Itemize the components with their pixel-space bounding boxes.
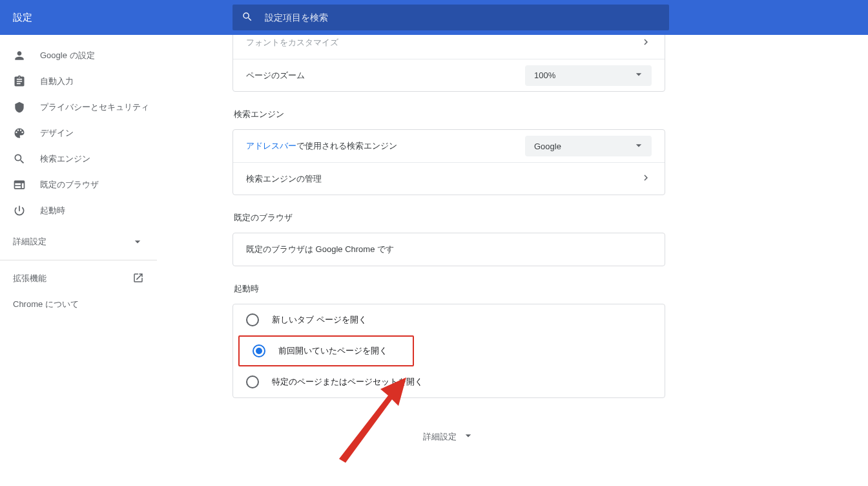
footer-advanced-label: 詳細設定 <box>423 431 457 443</box>
sidebar-item-google[interactable]: Google の設定 <box>0 43 157 69</box>
default-browser-card: 既定のブラウザは Google Chrome です <box>232 233 665 266</box>
sidebar-item-search-engine[interactable]: 検索エンジン <box>0 146 157 172</box>
section-title-search-engine: 検索エンジン <box>234 109 665 120</box>
page-zoom-dropdown[interactable]: 100% <box>525 65 652 86</box>
about-label: Chrome について <box>13 299 79 310</box>
advanced-label: 詳細設定 <box>13 236 46 248</box>
row-customize-fonts[interactable]: フォントをカスタマイズ <box>233 35 665 59</box>
on-startup-card: 新しいタブ ページを開く 前回開いていたページを開く 特定のページまたはページセ… <box>232 304 665 398</box>
search-icon <box>242 11 253 25</box>
extensions-label: 拡張機能 <box>13 273 46 284</box>
sidebar-about-chrome[interactable]: Chrome について <box>0 291 157 317</box>
startup-option-new-tab[interactable]: 新しいタブ ページを開く <box>233 304 665 335</box>
section-title-on-startup: 起動時 <box>234 283 665 295</box>
startup-option-label: 新しいタブ ページを開く <box>272 314 367 326</box>
radio-icon <box>246 313 259 326</box>
chevron-right-icon <box>640 36 652 50</box>
chevron-down-icon <box>632 68 645 83</box>
startup-option-label: 前回開いていたページを開く <box>278 345 388 357</box>
page-zoom-label: ページのズーム <box>246 70 305 81</box>
search-input[interactable] <box>265 12 660 23</box>
sidebar-item-autofill[interactable]: 自動入力 <box>0 69 157 94</box>
app-header: 設定 <box>0 0 868 35</box>
person-icon <box>13 49 26 62</box>
footer-advanced-toggle[interactable]: 詳細設定 <box>232 429 665 444</box>
search-engine-value: Google <box>534 142 561 151</box>
section-title-default-browser: 既定のブラウザ <box>234 212 665 224</box>
sidebar-item-label: 検索エンジン <box>40 153 90 165</box>
sidebar-extensions[interactable]: 拡張機能 <box>0 266 157 291</box>
search-engine-card: アドレスバーで使用される検索エンジン Google 検索エンジンの管理 <box>232 129 665 195</box>
sidebar-advanced-toggle[interactable]: 詳細設定 <box>0 229 157 260</box>
page-title: 設定 <box>13 12 232 24</box>
chevron-down-icon <box>632 139 645 154</box>
sidebar-item-label: デザイン <box>40 127 74 139</box>
radio-checked-icon <box>253 344 265 357</box>
sidebar-item-on-startup[interactable]: 起動時 <box>0 198 157 224</box>
row-manage-search-engines[interactable]: 検索エンジンの管理 <box>233 162 665 195</box>
sidebar-item-label: 起動時 <box>40 205 65 217</box>
open-in-new-icon <box>132 272 144 286</box>
address-bar-text: アドレスバーで使用される検索エンジン <box>246 140 397 152</box>
sidebar-item-appearance[interactable]: デザイン <box>0 120 157 146</box>
manage-search-engines-label: 検索エンジンの管理 <box>246 173 322 185</box>
shield-icon <box>13 101 26 114</box>
chevron-down-icon <box>457 429 475 444</box>
sidebar-item-label: 既定のブラウザ <box>40 179 99 191</box>
row-page-zoom: ページのズーム 100% <box>233 59 665 91</box>
sidebar-item-label: 自動入力 <box>40 76 74 87</box>
customize-fonts-label: フォントをカスタマイズ <box>246 37 338 48</box>
startup-option-specific-pages[interactable]: 特定のページまたはページセットを開く <box>233 366 665 397</box>
palette-icon <box>13 127 26 140</box>
main-content: フォントをカスタマイズ ページのズーム 100% 検索エンジン アドレスバーで使… <box>158 35 868 486</box>
sidebar: Google の設定 自動入力 プライバシーとセキュリティ デザイン 検索エンジ… <box>0 35 158 486</box>
startup-option-continue[interactable]: 前回開いていたページを開く <box>238 335 414 366</box>
sidebar-item-label: Google の設定 <box>40 50 95 61</box>
search-field[interactable] <box>232 5 669 30</box>
default-browser-status: 既定のブラウザは Google Chrome です <box>246 244 394 255</box>
radio-icon <box>246 375 259 388</box>
search-icon <box>13 153 26 165</box>
web-icon <box>13 178 26 191</box>
chevron-down-icon <box>131 235 144 248</box>
search-engine-dropdown[interactable]: Google <box>525 136 652 156</box>
assignment-icon <box>13 75 26 88</box>
row-address-bar-engine: アドレスバーで使用される検索エンジン Google <box>233 130 665 162</box>
sidebar-item-default-browser[interactable]: 既定のブラウザ <box>0 172 157 198</box>
sidebar-item-label: プライバシーとセキュリティ <box>40 101 149 113</box>
startup-option-label: 特定のページまたはページセットを開く <box>272 376 423 388</box>
chevron-right-icon <box>640 172 652 185</box>
power-icon <box>13 204 26 217</box>
row-default-browser-status: 既定のブラウザは Google Chrome です <box>233 233 665 266</box>
sidebar-item-privacy[interactable]: プライバシーとセキュリティ <box>0 94 157 120</box>
address-bar-link[interactable]: アドレスバー <box>246 141 296 151</box>
appearance-card: フォントをカスタマイズ ページのズーム 100% <box>232 35 665 92</box>
page-zoom-value: 100% <box>534 70 555 80</box>
